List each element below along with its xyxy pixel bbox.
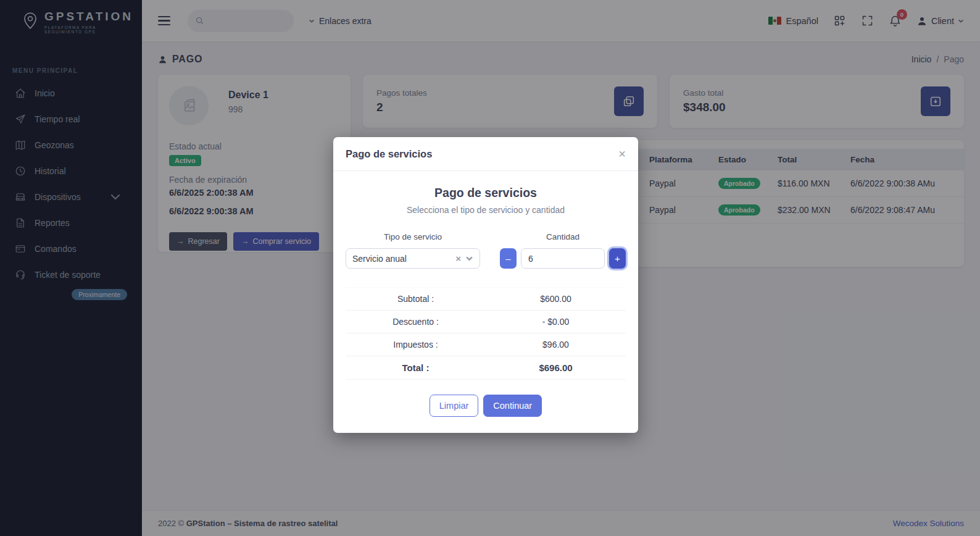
discount-row: Descuento : - $0.00	[346, 311, 626, 333]
taxes-row: Impuestos : $96.00	[346, 333, 626, 356]
total-row: Total : $696.00	[346, 356, 626, 380]
service-type-select[interactable]: Servicio anual ×	[346, 248, 480, 269]
close-icon[interactable]: ×	[618, 148, 626, 160]
quantity-stepper: – +	[500, 248, 626, 269]
modal-subtitle: Selecciona el tipo de servicioo y cantid…	[346, 205, 626, 215]
totals-summary: Subtotal : $600.00 Descuento : - $0.00 I…	[346, 287, 626, 380]
modal-heading: Pago de servicios	[346, 186, 626, 200]
decrease-quantity-button[interactable]: –	[500, 248, 517, 269]
service-type-value: Servicio anual	[352, 254, 455, 264]
subtotal-row: Subtotal : $600.00	[346, 287, 626, 311]
taxes-value: $96.00	[486, 340, 626, 350]
quantity-label: Cantidad	[500, 232, 626, 241]
modal-title: Pago de servicios	[346, 148, 432, 160]
increase-quantity-button[interactable]: +	[609, 248, 626, 269]
quantity-input[interactable]	[521, 248, 605, 269]
total-value: $696.00	[486, 362, 626, 373]
clear-button[interactable]: Limpiar	[430, 395, 479, 417]
payment-modal: Pago de servicios × Pago de servicios Se…	[333, 137, 638, 433]
discount-value: - $0.00	[486, 317, 626, 327]
service-type-label: Tipo de servicio	[346, 232, 480, 241]
clear-selection-icon[interactable]: ×	[455, 253, 461, 264]
continue-button[interactable]: Continuar	[483, 395, 542, 417]
chevron-down-icon	[465, 254, 473, 262]
subtotal-value: $600.00	[486, 294, 626, 304]
